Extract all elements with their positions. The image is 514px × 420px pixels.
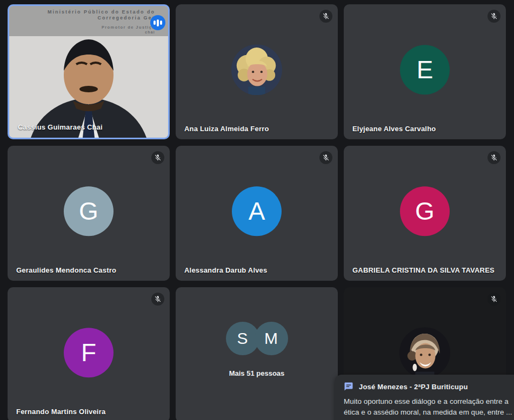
chat-popup-header: José Menezes - 2ªPJ Buriticupu: [344, 382, 514, 391]
mic-off-icon: [154, 295, 162, 303]
name-label: Cassius Guimaraes Chai: [18, 123, 103, 131]
mic-off-icon: [154, 154, 162, 161]
mic-off-icon: [322, 12, 330, 20]
overflow-participants-tile[interactable]: S M Mais 51 pessoas: [176, 287, 338, 420]
photo-avatar: [231, 44, 282, 95]
name-label: Alessandra Darub Alves: [184, 266, 267, 274]
video-person-figure: [9, 32, 168, 138]
slide-text-line3: Promotor de Justiça: [102, 25, 155, 30]
overflow-avatars: S M: [226, 322, 288, 355]
overflow-count-label: Mais 51 pessoas: [229, 369, 285, 377]
letter-avatar: F: [64, 328, 114, 377]
participant-tile-alessandra[interactable]: A Alessandra Darub Alves: [176, 146, 338, 281]
mic-off-icon: [490, 154, 498, 161]
name-label: GABRIELA CRISTINA DA SILVA TAVARES: [352, 266, 495, 274]
participants-grid: Ministério Público do Estado do Correged…: [8, 4, 506, 420]
chat-sender: José Menezes - 2ªPJ Buriticupu: [359, 383, 468, 391]
letter-avatar: G: [400, 186, 450, 236]
mic-off-badge: [319, 10, 332, 23]
name-label: Ana Luiza Almeida Ferro: [184, 125, 269, 133]
letter-avatar: A: [232, 186, 282, 236]
mic-off-badge: [151, 293, 164, 306]
overflow-content: S M Mais 51 pessoas: [176, 287, 338, 417]
mic-off-icon: [490, 295, 498, 303]
audio-level-indicator: [150, 15, 165, 30]
participant-tile-ana[interactable]: Ana Luiza Almeida Ferro: [176, 4, 338, 139]
slide-text-line2: Corregedoria Ger: [97, 15, 155, 21]
mic-off-badge: [488, 151, 500, 164]
participant-tile-gabriela[interactable]: G GABRIELA CRISTINA DA SILVA TAVARES: [344, 146, 506, 281]
chat-message: Muito oportuno esse diálogo e a correlaç…: [344, 396, 514, 418]
mic-off-badge: [488, 293, 500, 306]
slide-text-line1: Ministério Público do Estado do: [48, 9, 155, 15]
chat-icon: [344, 382, 353, 391]
overflow-avatar-m: M: [255, 322, 288, 355]
letter-avatar: E: [400, 45, 450, 94]
photo-avatar: [399, 327, 450, 378]
participant-tile-geraulides[interactable]: G Geraulides Mendonca Castro: [8, 146, 170, 281]
mic-off-icon: [490, 12, 498, 20]
name-label: Elyjeane Alves Carvalho: [352, 125, 436, 133]
mic-off-badge: [488, 10, 500, 23]
participant-tile-cassius[interactable]: Ministério Público do Estado do Correged…: [8, 4, 170, 139]
name-label: Geraulides Mendonca Castro: [16, 266, 116, 274]
letter-avatar: G: [64, 186, 114, 236]
participant-tile-elyjeane[interactable]: E Elyjeane Alves Carvalho: [344, 4, 506, 139]
name-label: Fernando Martins Oliveira: [16, 408, 105, 416]
mic-off-badge: [319, 151, 332, 164]
chat-notification-popup[interactable]: José Menezes - 2ªPJ Buriticupu Muito opo…: [335, 375, 514, 420]
mic-off-badge: [151, 151, 164, 164]
participant-tile-fernando[interactable]: F Fernando Martins Oliveira: [8, 287, 170, 420]
mic-off-icon: [322, 154, 330, 161]
meeting-stage: Ministério Público do Estado do Correged…: [0, 0, 514, 420]
